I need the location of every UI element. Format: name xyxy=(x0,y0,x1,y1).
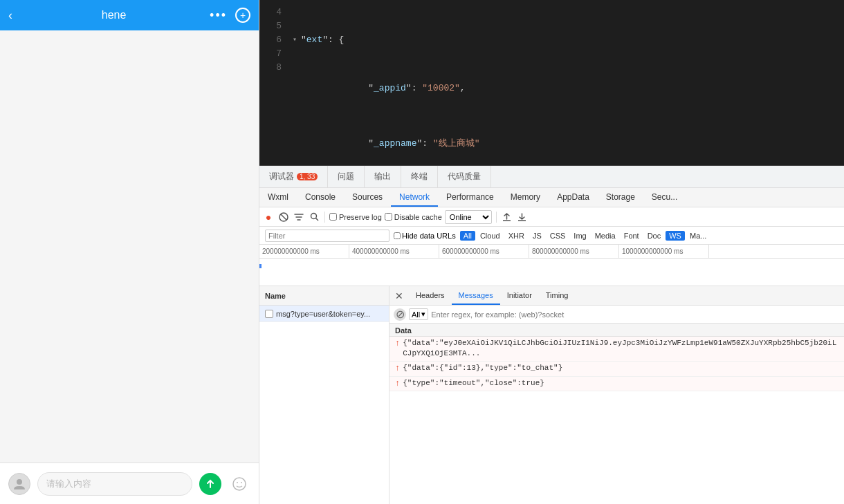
ws-filter-input[interactable] xyxy=(431,308,840,321)
network-throttle-select[interactable]: Online Fast 3G Slow 3G Offline xyxy=(445,210,492,224)
svg-point-3 xyxy=(241,482,242,483)
tab-appdata[interactable]: AppData xyxy=(549,188,598,207)
tab-wxml[interactable]: Wxml xyxy=(259,188,297,207)
phone-content xyxy=(0,30,259,463)
tab-secu[interactable]: Secu... xyxy=(643,188,686,207)
ws-filter-close[interactable]: ⊘ xyxy=(394,308,406,321)
close-detail-button[interactable]: ✕ xyxy=(389,286,409,306)
expand-icon[interactable]: ▾ xyxy=(293,33,301,47)
code-editor: 4 5 6 7 8 ▾ "ext": { "_appid": "10002", … xyxy=(259,0,844,166)
message-input[interactable]: 请输入内容 xyxy=(37,472,192,496)
line-numbers: 4 5 6 7 8 xyxy=(259,0,287,165)
ws-detail-tabs: ✕ Headers Messages Initiator Timing xyxy=(389,286,844,306)
code-content: ▾ "ext": { "_appid": "10002", "_appname"… xyxy=(287,0,844,165)
filter-dropdown-icon: ▾ xyxy=(421,310,425,319)
more-icon[interactable]: + xyxy=(235,8,250,23)
timeline-ws-marker xyxy=(259,264,262,268)
arrow-icon-3: ↑ xyxy=(395,378,400,390)
download-button[interactable] xyxy=(516,211,529,223)
tab-storage[interactable]: Storage xyxy=(598,188,643,207)
message-item-2[interactable]: ↑ {"data":{"id":13},"type":"to_chat"} xyxy=(389,362,844,377)
preserve-log-input[interactable] xyxy=(329,213,337,221)
tab-performance[interactable]: Performance xyxy=(438,188,502,207)
emoji-button[interactable] xyxy=(228,473,250,495)
upload-button[interactable] xyxy=(501,211,513,223)
tab-timing[interactable]: Timing xyxy=(539,286,576,305)
tab-messages[interactable]: Messages xyxy=(452,286,500,305)
phone-footer: 请输入内容 xyxy=(0,463,259,504)
phone-panel: ‹ hene ••• + 请输入内容 xyxy=(0,0,259,504)
filter-button[interactable] xyxy=(293,211,305,223)
message-text-3: {"type":"timeout","close":true} xyxy=(403,378,544,389)
filter-cloud[interactable]: Cloud xyxy=(477,231,504,241)
filter-xhr[interactable]: XHR xyxy=(505,231,528,241)
toolbar-sep-2 xyxy=(496,212,497,223)
ws-detail: ✕ Headers Messages Initiator Timing ⊘ Al… xyxy=(389,286,844,504)
disable-cache-checkbox[interactable]: Disable cache xyxy=(385,213,442,221)
tab-debugger[interactable]: 调试器 1, 33 xyxy=(259,166,328,187)
timeline-label-1: 200000000000 ms xyxy=(259,245,349,258)
arrow-icon-2: ↑ xyxy=(395,363,400,375)
filter-media[interactable]: Media xyxy=(591,231,619,241)
tab-memory[interactable]: Memory xyxy=(502,188,549,207)
tab-console[interactable]: Console xyxy=(297,188,344,207)
filter-ma[interactable]: Ma... xyxy=(686,231,710,241)
stop-button[interactable] xyxy=(277,211,290,223)
timeline-bar-area xyxy=(259,259,844,286)
filter-ws[interactable]: WS xyxy=(666,231,685,241)
ws-filter-bar: ⊘ All ▾ xyxy=(389,306,844,324)
filter-all[interactable]: All xyxy=(460,231,475,241)
devtools-top-tabs: 调试器 1, 33 问题 输出 终端 代码质量 xyxy=(259,166,844,188)
tab-terminal[interactable]: 终端 xyxy=(401,166,438,187)
tab-initiator[interactable]: Initiator xyxy=(500,286,539,305)
search-button[interactable] xyxy=(308,211,320,223)
ws-item-label: msg?type=user&token=ey... xyxy=(276,310,370,318)
phone-header: ‹ hene ••• + xyxy=(0,0,259,30)
message-item-1[interactable]: ↑ {"data":"eyJ0eXAiOiJKV1QiLCJhbGciOiJIU… xyxy=(389,337,844,362)
tab-headers[interactable]: Headers xyxy=(409,286,452,305)
hide-data-urls-checkbox[interactable]: Hide data URLs xyxy=(394,232,456,240)
preserve-log-checkbox[interactable]: Preserve log xyxy=(329,213,382,221)
message-text-2: {"data":{"id":13},"type":"to_chat"} xyxy=(403,363,562,373)
data-label: Data xyxy=(389,324,844,337)
timeline-label-5: 1000000000000 ms xyxy=(619,245,709,258)
avatar-icon xyxy=(8,473,30,495)
filter-bar: Hide data URLs All Cloud XHR JS CSS Img … xyxy=(259,227,844,245)
ws-messages: ⊘ All ▾ Data ↑ {"data":"eyJ0eXAiOiJKV1Qi… xyxy=(389,306,844,504)
tab-problems[interactable]: 问题 xyxy=(328,166,365,187)
ws-filter-select[interactable]: All ▾ xyxy=(409,308,428,320)
back-button[interactable]: ‹ xyxy=(8,8,12,23)
tab-output[interactable]: 输出 xyxy=(365,166,401,187)
ws-list-item[interactable]: msg?type=user&token=ey... xyxy=(259,306,389,322)
message-item-3[interactable]: ↑ {"type":"timeout","close":true} xyxy=(389,377,844,392)
ws-list-header: Name xyxy=(259,286,389,306)
panel-tabs: Wxml Console Sources Network Performance… xyxy=(259,188,844,207)
ws-list: Name msg?type=user&token=ey... xyxy=(259,286,389,504)
filter-js[interactable]: JS xyxy=(529,231,545,241)
record-button[interactable]: ● xyxy=(262,211,275,223)
svg-point-0 xyxy=(17,479,22,485)
timeline-label-2: 400000000000 ms xyxy=(349,245,439,258)
tab-network[interactable]: Network xyxy=(391,188,438,207)
ws-item-icon xyxy=(265,310,273,318)
message-text-1: {"data":"eyJ0eXAiOiJKV1QiLCJhbGciOiJIUzI… xyxy=(403,338,838,360)
tab-sources[interactable]: Sources xyxy=(344,188,391,207)
send-button[interactable] xyxy=(199,473,221,495)
filter-img[interactable]: Img xyxy=(570,231,589,241)
hide-data-urls-input[interactable] xyxy=(394,232,401,239)
filter-font[interactable]: Font xyxy=(621,231,643,241)
phone-title: hene xyxy=(18,9,210,21)
filter-input[interactable] xyxy=(265,230,389,242)
arrow-icon-1: ↑ xyxy=(395,338,400,350)
filter-all-label: All xyxy=(412,310,420,319)
network-toolbar: ● Preserve log Disable cache xyxy=(259,207,844,227)
filter-css[interactable]: CSS xyxy=(547,231,569,241)
disable-cache-input[interactable] xyxy=(385,213,392,221)
timeline-area: 200000000000 ms 400000000000 ms 60000000… xyxy=(259,245,844,286)
dots-icon[interactable]: ••• xyxy=(210,8,227,23)
timeline-labels: 200000000000 ms 400000000000 ms 60000000… xyxy=(259,245,844,259)
filter-type-buttons: All Cloud XHR JS CSS Img Media Font Doc … xyxy=(460,231,710,241)
tab-code-quality[interactable]: 代码质量 xyxy=(438,166,491,187)
ws-detail-panel: Name msg?type=user&token=ey... ✕ Headers… xyxy=(259,286,844,504)
filter-doc[interactable]: Doc xyxy=(644,231,665,241)
